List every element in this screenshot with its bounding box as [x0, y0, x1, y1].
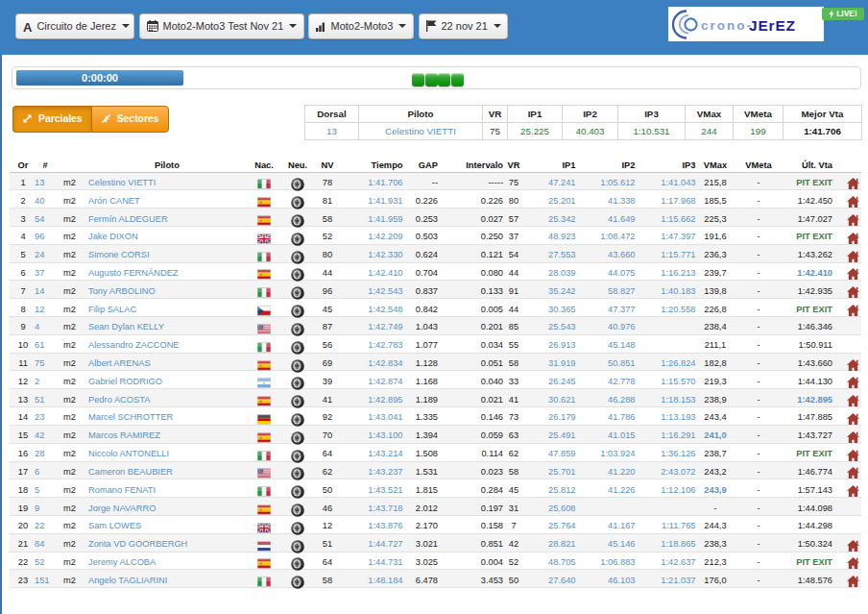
svg-text:JErEZ: JErEZ [749, 17, 796, 34]
svg-text:crono-: crono- [701, 18, 753, 33]
